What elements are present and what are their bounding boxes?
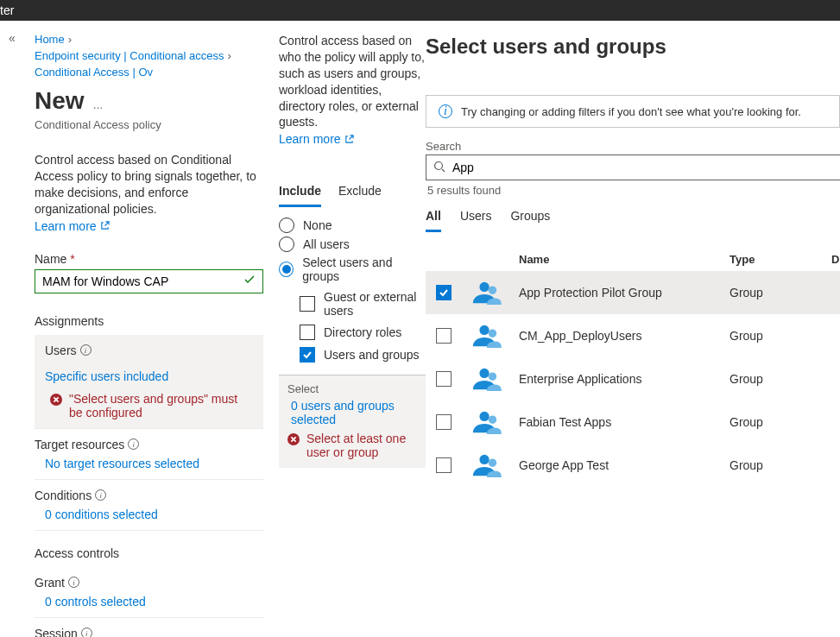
page-title: New [35,87,85,115]
session-label: Session [35,627,78,637]
chevron-double-left-icon: « [9,31,16,45]
conditions-link[interactable]: 0 conditions selected [35,508,263,521]
col-name[interactable]: Name [519,253,729,266]
access-controls-heading: Access controls [35,546,263,560]
error-icon [50,394,62,406]
mid-learn-more-link[interactable]: Learn more [279,132,354,146]
table-row[interactable]: Enterprise ApplicationsGroup [426,357,840,400]
table-row[interactable]: CM_App_DeployUsersGroup [426,314,840,357]
filter-tab-all[interactable]: All [426,205,441,232]
select-summary-block: Select 0 users and groups selected Selec… [279,375,426,468]
table-row[interactable]: George App TestGroup [426,444,840,487]
users-assignment-card[interactable]: Users i Specific users included "Select … [35,335,263,429]
row-name: George App Test [519,458,729,472]
search-input[interactable] [452,161,833,174]
radio-select-users-groups[interactable]: Select users and groups [279,255,426,283]
radio-none[interactable]: None [279,218,426,233]
col-type[interactable]: Type [729,253,831,266]
group-icon [469,279,502,306]
conditions-label: Conditions [35,489,92,502]
breadcrumb-sep: › [68,33,72,46]
sidebar-collapse-toggle[interactable]: « [0,21,24,637]
target-resources-section[interactable]: Target resources i No target resources s… [35,429,263,480]
external-link-icon [344,135,354,144]
checkbox-icon [300,325,315,340]
row-type: Group [729,458,831,472]
page-subtitle: Conditional Access policy [35,118,263,131]
page-more-actions[interactable]: … [93,99,104,111]
learn-more-link[interactable]: Learn more [35,219,110,233]
group-icon [469,451,502,479]
grant-section[interactable]: Grant i 0 controls selected [35,567,263,618]
target-resources-link[interactable]: No target resources selected [35,457,263,470]
users-config-panel: Control access based on who the policy w… [279,21,426,637]
topbar-title-fragment: ter [0,3,14,17]
radio-all-users[interactable]: All users [279,237,426,252]
app-topbar: ter [0,0,840,21]
info-icon[interactable]: i [80,344,92,356]
users-label: Users [45,344,77,357]
group-icon [469,365,502,393]
info-icon[interactable]: i [95,489,106,501]
row-checkbox[interactable] [436,285,452,300]
breadcrumb-conditional-access[interactable]: Conditional Access | Ov [35,66,153,79]
intro-text: Control access based on Conditional Acce… [35,152,263,218]
policy-name-input[interactable] [42,274,237,288]
tab-exclude[interactable]: Exclude [338,180,382,207]
mid-intro-text: Control access based on who the policy w… [279,33,426,130]
radio-icon-selected [279,262,294,277]
results-table: Name Type D App Protection Pilot GroupGr… [426,248,840,487]
table-row[interactable]: App Protection Pilot GroupGroup [426,271,840,314]
filter-tab-users[interactable]: Users [460,205,492,232]
row-checkbox[interactable] [436,328,452,344]
search-box[interactable] [426,155,840,180]
row-type: Group [729,329,831,343]
search-icon [433,161,445,175]
check-guest-external[interactable]: Guest or external users [279,290,426,318]
col-last[interactable]: D [831,253,840,266]
select-users-groups-panel: Select users and groups i Try changing o… [426,21,840,637]
grant-link[interactable]: 0 controls selected [35,595,263,609]
select-error: Select at least one user or group [287,426,417,459]
name-input-wrapper[interactable] [35,269,263,293]
row-checkbox[interactable] [436,414,452,430]
radio-icon [279,218,294,233]
breadcrumb-sep: › [227,49,231,62]
breadcrumb: Home › Endpoint security | Conditional a… [35,33,263,79]
row-name: Enterprise Applications [519,372,729,386]
breadcrumb-home[interactable]: Home [35,33,65,46]
row-name: Fabian Test Apps [519,415,729,429]
selected-users-link[interactable]: 0 users and groups selected [287,399,417,426]
row-name: App Protection Pilot Group [519,286,729,300]
table-body: App Protection Pilot GroupGroupCM_App_De… [426,271,840,487]
table-row[interactable]: Fabian Test AppsGroup [426,400,840,444]
check-users-groups[interactable]: Users and groups [279,347,426,363]
conditions-section[interactable]: Conditions i 0 conditions selected [35,480,263,531]
table-header: Name Type D [426,248,840,271]
session-section[interactable]: Session i 0 controls selected [35,618,263,637]
row-type: Group [729,372,831,386]
tab-include[interactable]: Include [279,180,321,207]
info-icon[interactable]: i [128,438,139,450]
filter-tabs: All Users Groups [426,205,840,232]
info-banner: i Try changing or adding filters if you … [426,95,840,128]
policy-editor-panel: Home › Endpoint security | Conditional a… [24,21,279,637]
breadcrumb-endpoint-security[interactable]: Endpoint security | Conditional access [35,49,224,62]
check-directory-roles[interactable]: Directory roles [279,325,426,340]
result-count: 5 results found [427,184,840,197]
assignments-heading: Assignments [35,314,263,328]
info-icon[interactable]: i [81,628,92,637]
row-checkbox[interactable] [436,457,452,473]
error-icon [287,433,300,445]
users-error: "Select users and groups" must be config… [45,387,253,419]
row-checkbox[interactable] [436,371,452,387]
name-field-label: Name * [35,252,263,266]
search-label: Search [426,140,840,153]
radio-icon [279,237,294,252]
panel-title: Select users and groups [426,35,840,59]
grant-label: Grant [35,576,65,590]
checkbox-icon [300,296,315,312]
filter-tab-groups[interactable]: Groups [510,205,550,232]
info-icon[interactable]: i [68,577,79,588]
users-summary-link[interactable]: Specific users included [45,366,168,387]
